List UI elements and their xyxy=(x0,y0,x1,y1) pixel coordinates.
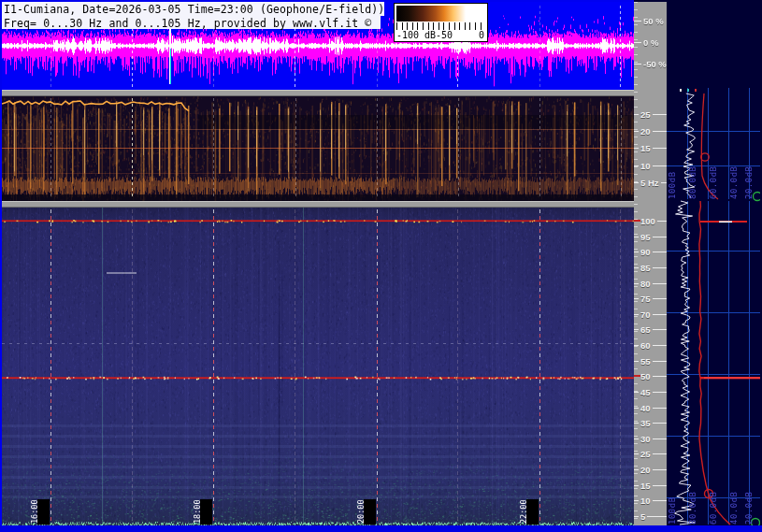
panel-separator xyxy=(2,201,634,208)
vlf-monitor-window: I1-Cumiana, Date=2026-03-05 Time=23:00 (… xyxy=(0,0,762,532)
colorbar-max-label: 0 xyxy=(479,30,484,41)
upper-freq-label: 20 xyxy=(634,126,667,137)
lower-freq-label-text: 85 xyxy=(639,263,653,273)
lower-freq-label-text: 70 xyxy=(639,309,653,320)
lower-freq-label-text: 10 xyxy=(639,496,653,506)
window-border-left xyxy=(0,0,2,526)
waveform-percent-label-text: 50 % xyxy=(641,16,666,26)
lower-freq-label-text: 5 xyxy=(639,511,647,522)
lower-freq-label-text: 60 xyxy=(639,340,653,351)
frequency-subtitle: Freq= 0...30 Hz and 0...105 Hz, provided… xyxy=(2,16,381,29)
spectrogram-0-105hz xyxy=(2,208,634,525)
lower-freq-label-text: 50 xyxy=(639,371,653,381)
lower-freq-label: 35 xyxy=(634,418,667,428)
waveform-percent-label: -50 % xyxy=(634,59,667,69)
waveform-percent-label-text: 0 % xyxy=(641,37,660,48)
panel-separator xyxy=(2,90,634,96)
spectrum-db-axis-label: 100dB xyxy=(668,171,677,199)
upper-freq-label-text: 10 xyxy=(639,161,653,171)
waveform-percent-label-text: -50 % xyxy=(641,59,669,69)
colorbar-mid-label: -50 xyxy=(436,30,453,41)
db-colorbar-legend: -100 dB -50 0 xyxy=(394,3,488,42)
time-axis-label: 22:00 xyxy=(526,499,539,525)
lower-freq-label-text: 100 xyxy=(639,216,657,226)
lower-freq-label-text: 80 xyxy=(639,279,653,289)
time-axis-label: 20:00 xyxy=(364,499,376,525)
lower-freq-label-text: 30 xyxy=(639,434,653,444)
time-axis-label-text: 18:00 xyxy=(193,499,202,524)
lower-freq-label-text: 75 xyxy=(639,294,653,304)
lower-freq-label-text: 40 xyxy=(639,403,653,413)
upper-freq-label: 10 xyxy=(634,161,667,171)
spectrogram-0-30hz xyxy=(2,96,634,201)
upper-freq-label: 15 xyxy=(634,143,667,153)
lower-freq-label: 10 xyxy=(634,496,667,506)
spectrum-db-axis-label: 60.0dB xyxy=(709,491,718,525)
lower-freq-label: 55 xyxy=(634,356,667,367)
lower-freq-label-text: 45 xyxy=(639,387,653,397)
lower-freq-label-text: 20 xyxy=(639,465,653,475)
spectrum-analyzer-panel xyxy=(667,2,760,526)
spectrum-db-axis-label: 60.0dB xyxy=(709,165,718,199)
colorbar-gradient xyxy=(396,6,485,22)
colorbar-min-label: -100 dB xyxy=(396,30,436,41)
lower-freq-label-text: 35 xyxy=(639,418,653,428)
lower-freq-label: 45 xyxy=(634,387,667,397)
colorbar-labels: -100 dB -50 0 xyxy=(396,30,485,41)
spectrum-db-axis-label: 40.0dB xyxy=(729,165,739,199)
upper-freq-label: 5 Hz xyxy=(634,178,667,188)
colorbar-ruler-ticks xyxy=(396,22,485,30)
window-border-bottom xyxy=(0,525,762,532)
lower-freq-label: 30 xyxy=(634,434,667,444)
waveform-percent-label: 50 % xyxy=(634,16,667,26)
lower-freq-label-text: 15 xyxy=(639,481,653,491)
lower-freq-label: 95 xyxy=(634,232,667,242)
time-axis-label: 18:00 xyxy=(200,499,212,525)
spectrum-db-axis-label: 20.0dB xyxy=(744,165,754,199)
upper-freq-label-text: 20 xyxy=(639,126,653,137)
time-axis-label-text: 16:00 xyxy=(30,499,39,524)
spectrum-db-axis-label: 80.0dB xyxy=(688,491,697,525)
mains-50hz-scale-mark xyxy=(634,375,640,377)
lower-freq-label: 20 xyxy=(634,465,667,475)
station-title: I1-Cumiana, Date=2026-03-05 Time=23:00 (… xyxy=(2,2,384,16)
upper-freq-label-text: 5 Hz xyxy=(639,178,661,188)
time-axis-label-text: 22:00 xyxy=(519,499,528,524)
mains-100hz-scale-mark xyxy=(634,220,640,222)
time-axis-label-text: 20:00 xyxy=(356,499,366,524)
upper-freq-label-text: 25 xyxy=(639,109,653,120)
lower-freq-label-text: 25 xyxy=(639,449,653,459)
spectrum-db-axis-label: 80.0dB xyxy=(688,165,697,199)
spectrum-db-axis-label: 100dB xyxy=(668,496,677,525)
lower-freq-label-text: 95 xyxy=(639,232,653,242)
lower-freq-label: 75 xyxy=(634,294,667,304)
lower-freq-label: 60 xyxy=(634,340,667,351)
lower-freq-label: 5 xyxy=(634,511,667,522)
lower-freq-label: 25 xyxy=(634,449,667,459)
lower-freq-label: 90 xyxy=(634,247,667,257)
lower-freq-label-text: 90 xyxy=(639,247,653,257)
lower-freq-label: 15 xyxy=(634,481,667,491)
waveform-percent-label: 0 % xyxy=(634,37,667,48)
lower-freq-label: 85 xyxy=(634,263,667,273)
upper-freq-label: 25 xyxy=(634,109,667,120)
lower-freq-label: 65 xyxy=(634,324,667,335)
lower-freq-label: 70 xyxy=(634,309,667,320)
lower-freq-label-text: 65 xyxy=(639,324,653,335)
lower-freq-label: 80 xyxy=(634,279,667,289)
lower-freq-label: 40 xyxy=(634,403,667,413)
time-axis-label: 16:00 xyxy=(37,499,50,525)
spectrum-db-axis-label: 20.0dB xyxy=(744,491,754,525)
lower-freq-label-text: 55 xyxy=(639,356,653,367)
upper-freq-label-text: 15 xyxy=(639,143,653,153)
spectrum-db-axis-label: 40.0dB xyxy=(729,491,739,525)
